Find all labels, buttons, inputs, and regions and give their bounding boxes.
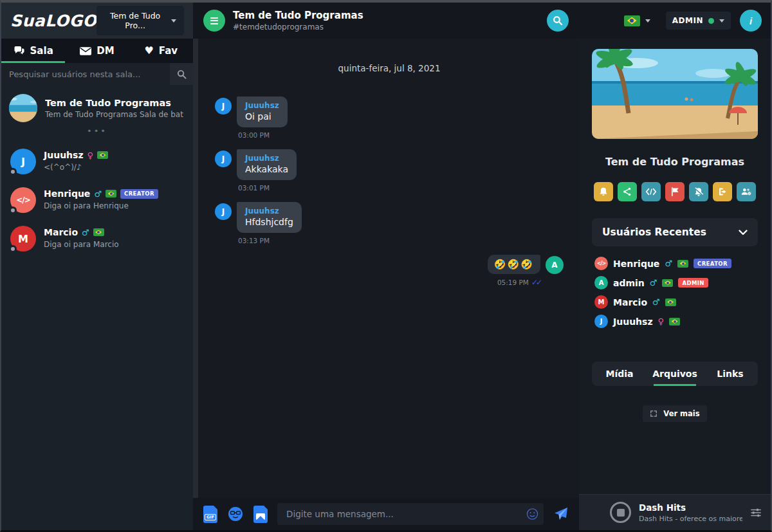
send-button[interactable] [553,506,569,522]
gender-icon: ♀ [87,151,94,160]
sidebar-user-item[interactable]: J Juuuhsz ♀ <(^o^)/♪ [9,142,185,181]
brazil-flag-icon [97,151,108,159]
recent-users-list: </> Henrique ♂ CREATOR A admin ♂ AD [592,257,758,328]
info-button[interactable]: i [740,10,762,32]
gender-icon: ♀ [658,316,665,326]
role-badge: CREATOR [694,259,731,268]
chevron-down-icon [739,230,748,235]
recent-user-item[interactable]: J Juuuhsz ♀ [594,315,755,328]
emoji-picker-button[interactable] [526,508,538,520]
chat-search-button[interactable] [547,10,569,32]
image-attach-button[interactable] [253,506,268,523]
recent-users-title: Usuários Recentes [602,226,706,238]
code-icon [646,188,656,196]
user-name: Juuuhsz [44,150,84,160]
player-texts: Dash Hits Dash Hits - oferece os maiore.… [639,502,742,523]
expand-icon [650,410,657,417]
sidebar-user-item[interactable]: M Marcio ♂ Diga oi para Marci [9,219,185,258]
gender-icon: ♂ [650,278,657,288]
tab-arquivos[interactable]: Arquivos [647,362,703,386]
list-loading-dots: ••• [9,126,185,136]
tab-dm[interactable]: DM [65,39,129,63]
notifications-button[interactable] [594,182,613,201]
smiley-icon [526,508,538,520]
avatar: </> [10,187,36,213]
user-name: Marcio [613,297,647,307]
info-icon: i [749,15,752,26]
room-menu-button[interactable] [203,10,225,32]
room-selector-label: Tem de Tudo Pro... [104,11,166,30]
user-name: Henrique [613,259,659,269]
app-logo: SuaLOGO [10,12,96,30]
chevron-down-icon [171,19,176,23]
message-list: J Juuuhsz Oi pai 03:00 PM [215,96,564,297]
ver-mais-wrap: Ver mais [592,405,758,422]
sticker-button[interactable] [227,506,244,522]
role-badge: CREATOR [120,189,158,199]
message-time: 05:19 PM ✓✓ [497,278,540,287]
message-row: A 🤣🤣🤣 05:19 PM ✓✓ [488,255,564,297]
left-sidebar: SuaLOGO Tem de Tudo Pro... Sala [1,3,193,530]
sidebar-user-item[interactable]: </> Henrique ♂ CREATOR Diga oi [9,181,185,219]
chat-channel: #temdetudoprogramas [233,23,539,32]
chevron-down-icon [645,19,650,23]
user-menu-dropdown[interactable]: ADMIN [666,12,731,30]
sidebar-user-list: J Juuuhsz ♀ <(^o^)/♪ [9,142,185,258]
message-time: 03:01 PM [238,184,297,192]
recent-user-item[interactable]: A admin ♂ ADMIN [594,276,755,289]
user-status: Diga oi para Henrique [44,201,158,210]
tab-midia[interactable]: Mídia [592,362,647,386]
room-list-item[interactable]: Tem de Tudo Programas Tem de Tudo Progra… [9,94,185,122]
right-topbar: ADMIN i [579,3,771,39]
chat-header: Tem de Tudo Programas #temdetudoprograma… [193,3,579,39]
user-status: <(^o^)/♪ [44,163,108,172]
room-selector-dropdown[interactable]: Tem de Tudo Pro... [96,6,184,35]
gif-attach-button[interactable]: GIF [203,506,217,523]
message-bubble: 🤣🤣🤣 [488,255,540,274]
stop-button[interactable] [610,502,631,523]
share-button[interactable] [618,182,637,201]
brazil-flag-icon [665,298,676,306]
message-scroll-area[interactable]: quinta-feira, jul 8, 2021 J Juuuhsz Oi p… [193,39,579,498]
face-glasses-icon [227,506,244,522]
tab-fav[interactable]: ♥ Fav [129,39,193,63]
recent-users-header[interactable]: Usuários Recentes [592,218,758,246]
language-selector[interactable] [618,11,657,31]
user-search-input[interactable] [1,63,170,85]
media-tabs: Mídia Arquivos Links [592,362,758,386]
user-name: admin [613,278,645,288]
message-input[interactable] [277,503,544,525]
recent-user-item[interactable]: M Marcio ♂ [594,295,755,309]
user-search-button[interactable] [170,63,193,85]
embed-code-button[interactable] [641,182,661,201]
left-topbar: SuaLOGO Tem de Tudo Pro... [1,3,193,39]
manage-users-button[interactable] [737,182,756,201]
message-bubble: Juuuhsz Akkakaka [237,149,297,180]
report-button[interactable] [665,182,685,201]
ver-mais-button[interactable]: Ver mais [643,405,706,422]
message-row: J Juuuhsz Hfdshjcdfg 03:13 PM [215,202,477,255]
date-divider: quinta-feira, jul 8, 2021 [215,63,564,73]
room-user-list: Tem de Tudo Programas Tem de Tudo Progra… [1,85,193,530]
envelope-icon [80,47,91,55]
recent-user-item[interactable]: </> Henrique ♂ CREATOR [594,257,755,270]
message-avatar: J [215,203,232,220]
audio-settings-button[interactable] [750,508,762,518]
mute-notifications-button[interactable] [689,182,708,201]
sidebar-tabs: Sala DM ♥ Fav [1,39,193,63]
presence-dot [9,245,17,253]
user-status: Diga oi para Marcio [44,240,119,249]
avatar: </> [594,257,608,270]
file-fold [264,506,268,509]
chat-header-texts: Tem de Tudo Programas #temdetudoprograma… [233,10,539,32]
flag-icon [671,187,679,196]
leave-room-button[interactable] [713,182,732,201]
tab-sala[interactable]: Sala [1,39,65,63]
gender-icon: ♂ [665,259,672,268]
search-icon [553,15,563,26]
radio-player: Dash Hits Dash Hits - oferece os maiore.… [579,494,771,530]
gender-icon: ♂ [652,297,660,307]
tab-links[interactable]: Links [703,362,758,386]
message-avatar: J [215,98,232,115]
message-text: Oi pai [245,111,279,122]
